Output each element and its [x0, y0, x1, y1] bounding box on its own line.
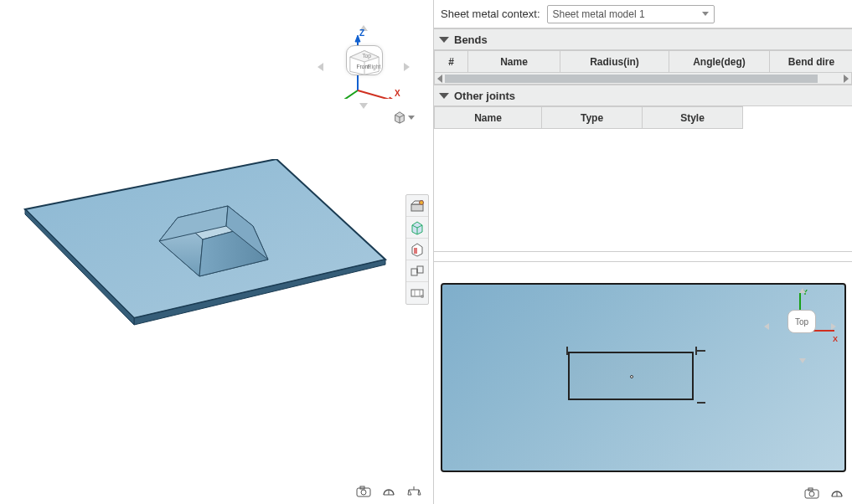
left-3d-viewport[interactable]: Front Right Top Z X [0, 0, 433, 502]
svg-rect-19 [411, 204, 423, 211]
cube-top-label: Top [362, 53, 371, 59]
joints-table: Name Type Style [434, 106, 743, 129]
render-style-dropdown[interactable] [393, 109, 415, 126]
bends-col-radius[interactable]: Radius(in) [560, 51, 669, 73]
orbit-up-icon[interactable] [799, 288, 806, 293]
flat-view-cube[interactable]: Y X Top [762, 290, 838, 365]
orbit-right-icon[interactable] [831, 323, 836, 330]
left-footer-icons [355, 484, 422, 499]
section-analysis-icon[interactable] [829, 486, 845, 501]
unfold-button[interactable] [406, 260, 428, 282]
bends-header-row: # Name Radius(in) Angle(deg) Bend dire [435, 51, 853, 73]
orbit-down-icon[interactable] [359, 103, 368, 109]
dimension-tick-icon [566, 347, 568, 355]
sheet-metal-model[interactable] [17, 159, 394, 335]
svg-rect-29 [417, 266, 423, 273]
view-cube-face[interactable]: Front Right Top [346, 45, 383, 75]
scroll-left-icon[interactable] [437, 75, 442, 83]
bends-section-header[interactable]: Bends [434, 28, 852, 50]
svg-point-36 [361, 490, 366, 495]
orbit-right-icon[interactable] [404, 63, 410, 71]
sheet-metal-panel: Sheet metal context: Sheet metal model 1… [433, 0, 852, 504]
orbit-down-icon[interactable] [799, 358, 806, 363]
context-row: Sheet metal context: Sheet metal model 1 [434, 0, 852, 28]
svg-line-0 [339, 90, 358, 99]
joints-header-row: Name Type Style [435, 107, 743, 129]
svg-point-21 [420, 200, 424, 204]
bends-col-name[interactable]: Name [468, 51, 560, 73]
scroll-right-icon[interactable] [844, 75, 849, 83]
iso-view-button[interactable] [406, 217, 428, 239]
joints-col-type[interactable]: Type [542, 107, 643, 129]
orbit-left-icon[interactable] [318, 63, 323, 71]
view-toolbar [405, 194, 429, 305]
svg-line-2 [358, 90, 393, 99]
chevron-down-icon [702, 12, 709, 16]
context-select-value: Sheet metal model 1 [553, 8, 645, 20]
joints-section-header[interactable]: Other joints [434, 85, 852, 106]
right-footer-icons [803, 486, 845, 501]
joints-title: Other joints [454, 90, 515, 102]
svg-point-34 [421, 295, 424, 298]
flat-pattern-button[interactable] [406, 282, 428, 304]
bends-horizontal-scrollbar[interactable] [434, 73, 852, 85]
flat-pattern-viewport[interactable]: Y X Top [442, 285, 844, 471]
svg-rect-28 [411, 269, 417, 275]
axis-x-label: X [395, 89, 400, 98]
mass-props-icon[interactable] [405, 484, 422, 499]
section-view-button[interactable] [406, 239, 428, 260]
scroll-thumb[interactable] [445, 75, 818, 83]
chevron-down-icon [439, 37, 449, 43]
bends-col-index[interactable]: # [435, 51, 468, 73]
joints-col-style[interactable]: Style [643, 107, 743, 129]
context-label: Sheet metal context: [441, 8, 540, 20]
axis-z-label: Z [359, 28, 364, 38]
cube-right-label: Right [368, 64, 381, 70]
snapshot-icon[interactable] [803, 486, 820, 501]
panel-divider-2 [434, 261, 852, 262]
bends-table: # Name Radius(in) Angle(deg) Bend dire [434, 50, 852, 73]
bends-col-angle[interactable]: Angle(deg) [669, 51, 770, 73]
sketch-origin-icon [630, 375, 633, 378]
view-cube[interactable]: Front Right Top Z X [333, 32, 400, 99]
dimension-tick-icon [697, 402, 705, 404]
context-select[interactable]: Sheet metal model 1 [547, 5, 715, 23]
panel-divider [434, 251, 852, 252]
bends-title: Bends [454, 33, 488, 46]
svg-rect-27 [414, 248, 417, 254]
orbit-left-icon[interactable] [764, 323, 769, 330]
joints-col-name[interactable]: Name [435, 107, 542, 129]
chevron-down-icon [408, 116, 415, 120]
dimension-tick-icon [697, 350, 705, 352]
show-hide-model-button[interactable] [406, 195, 428, 217]
snapshot-icon[interactable] [355, 484, 372, 499]
section-analysis-icon[interactable] [380, 484, 397, 499]
bends-col-direction[interactable]: Bend dire [770, 51, 853, 73]
svg-point-43 [809, 491, 814, 496]
chevron-down-icon [439, 93, 449, 99]
